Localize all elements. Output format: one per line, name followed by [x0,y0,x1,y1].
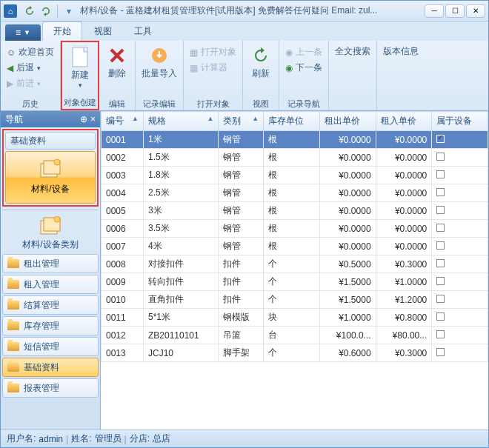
svg-point-7 [54,216,60,222]
home-button[interactable]: ☺欢迎首页 [5,45,56,59]
folder-icon [7,280,19,289]
checkbox[interactable] [436,259,445,267]
table-row[interactable]: 0013JCJ10脚手架个¥0.6000¥0.3000 [102,344,488,362]
delete-button[interactable]: 删除 [101,44,133,81]
folder-icon [7,363,19,372]
sidebar-item[interactable]: 结算管理 [2,295,99,315]
group-create: 对象创建 [64,96,96,109]
checkbox[interactable] [436,348,445,356]
chevron-down-icon: ▾ [37,80,41,87]
table-row[interactable]: 00115*1米钢模版块¥1.0000¥0.8000 [102,309,488,327]
checkbox[interactable] [436,188,445,196]
checkbox[interactable] [436,241,445,250]
search-button[interactable]: 全文搜索 [330,44,375,59]
sidebar-item-material-category[interactable]: 材料/设备类别 [2,210,99,253]
minimize-button[interactable]: ─ [425,4,444,18]
close-button[interactable]: ✕ [466,4,485,18]
maximize-button[interactable]: ☐ [445,4,465,18]
group-recnav: 记录导航 [287,97,320,110]
column-header[interactable]: 类别▲ [219,112,264,131]
checkbox[interactable] [436,153,445,161]
column-header[interactable]: 属于设备 [432,112,488,131]
sidebar-item[interactable]: 租出管理 [2,254,99,273]
group-view: 视图 [253,97,269,110]
sidebar-item[interactable]: 报表管理 [2,378,99,398]
refresh-icon [250,45,271,66]
version-button[interactable]: 版本信息 [379,44,423,59]
table-row[interactable]: 00063.5米钢管根¥0.0000¥0.0000 [102,220,488,238]
tab-start[interactable]: 开始 [42,21,82,41]
sidebar-item[interactable]: 短信管理 [2,337,99,356]
sidebar-item[interactable]: 库存管理 [2,316,99,335]
checkbox[interactable] [436,170,445,178]
checkbox[interactable] [436,224,445,232]
table-row[interactable]: 00031.8米钢管根¥0.0000¥0.0000 [102,167,488,184]
group-open: 打开对象 [197,97,230,110]
qat-refresh-icon[interactable] [22,4,37,19]
table-row[interactable]: 0009转向扣件扣件个¥1.5000¥1.0000 [102,273,488,291]
batch-import-button[interactable]: 批量导入 [137,44,182,81]
table-row[interactable]: 00021.5米钢管根¥0.0000¥0.0000 [102,149,488,167]
tab-tools[interactable]: 工具 [124,22,162,41]
sidebar-section-basic[interactable]: 基础资料 [5,132,96,150]
chevron-down-icon: ▾ [79,81,82,89]
svg-point-4 [54,159,60,165]
window-title: 材料/设备 - 蓝格建材租赁管理软件[试用版本] 免费解答任何疑问 Email:… [77,4,425,17]
chevron-down-icon: ▼ [24,29,30,36]
sidebar-item[interactable]: 基础资料 [2,358,99,377]
checkbox[interactable] [436,330,445,338]
delete-icon [107,45,127,66]
qat-dropdown-icon[interactable]: ▾ [61,4,76,19]
refresh-button[interactable]: 刷新 [245,44,277,81]
table-row[interactable]: 00011米钢管根¥0.0000¥0.0000 [102,131,488,149]
folder-icon [7,259,19,268]
checkbox[interactable] [436,312,445,321]
import-icon [149,45,170,66]
checkbox[interactable] [436,277,445,285]
statusbar: 用户名: admin | 姓名: 管理员 | 分店: 总店 [1,429,488,447]
folder-icon [7,384,19,392]
sidebar-item-material[interactable]: 材料/设备 [5,151,96,204]
home-icon: ☺ [7,47,16,58]
sidebar: 导航 ⊕× 基础资料 材料/设备 材料/设备类别 租出管理租入管理结算管理库存管… [1,111,101,429]
table-row[interactable]: 00074米钢管根¥0.0000¥0.0000 [102,238,488,255]
group-history: 历史 [22,97,39,110]
qat-refresh2-icon[interactable] [39,4,53,19]
data-grid[interactable]: 编号▲规格▲类别▲库存单位租出单价租入单价属于设备 00011米钢管根¥0.00… [101,111,488,429]
sidebar-item[interactable]: 租入管理 [2,275,99,294]
column-header[interactable]: 编号▲ [102,112,144,131]
calc-icon: ▦ [190,63,198,73]
checkbox[interactable] [436,135,445,143]
up-icon: ◉ [285,47,293,58]
prev-record-button[interactable]: ◉上一条 [284,45,324,59]
chevron-down-icon: ▾ [37,64,41,72]
open-object-button[interactable]: ▦打开对象 [188,45,238,59]
new-button[interactable]: 新建▾ [64,45,96,90]
pin-icon[interactable]: ⊕ [80,114,87,124]
group-edit: 编辑 [109,97,125,110]
column-header[interactable]: 库存单位 [264,112,320,131]
file-menu-button[interactable]: ≡▼ [5,24,41,41]
table-row[interactable]: 0012ZB20110101吊篮台¥100.0...¥80.00... [102,327,488,344]
back-icon: ◀ [7,63,13,73]
group-recedit: 记录编辑 [143,97,176,110]
forward-icon: ▶ [7,78,13,89]
close-panel-icon[interactable]: × [90,114,96,124]
ribbon: ≡▼ 开始 视图 工具 ☺欢迎首页 ◀后退▾ ▶前进▾ 历史 新建▾ 对象创建 [1,21,488,111]
next-record-button[interactable]: ◉下一条 [284,61,324,75]
table-row[interactable]: 00042.5米钢管根¥0.0000¥0.0000 [102,184,488,202]
calculator-button[interactable]: ▦计算器 [188,61,238,75]
column-header[interactable]: 规格▲ [143,112,218,131]
table-row[interactable]: 00053米钢管根¥0.0000¥0.0000 [102,202,488,220]
column-header[interactable]: 租入单价 [376,112,432,131]
tab-view[interactable]: 视图 [84,22,122,41]
table-row[interactable]: 0008对接扣件扣件个¥0.5000¥0.3000 [102,255,488,273]
down-icon: ◉ [285,63,293,73]
column-header[interactable]: 租出单价 [319,112,376,131]
checkbox[interactable] [436,206,445,214]
forward-button[interactable]: ▶前进▾ [5,76,56,90]
checkbox[interactable] [436,295,445,303]
back-button[interactable]: ◀后退▾ [5,61,56,75]
folder-icon [7,342,19,351]
table-row[interactable]: 0010直角扣件扣件个¥1.5000¥1.2000 [102,291,488,309]
